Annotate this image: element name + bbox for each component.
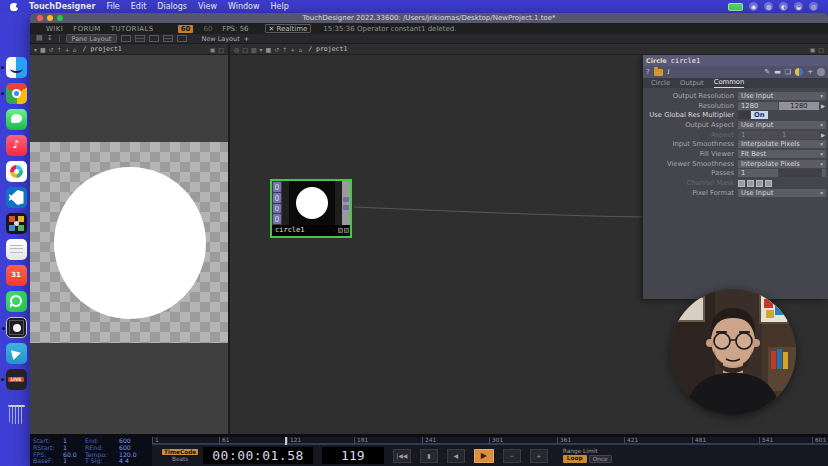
input-smoothness-dropdown[interactable]: Interpolate Pixels▾ <box>738 140 826 148</box>
timecode-toggle[interactable]: TimeCode <box>162 449 198 455</box>
pane-box-icon[interactable]: □ <box>242 46 248 53</box>
operator-folder-icon[interactable] <box>654 69 663 76</box>
window-titlebar[interactable]: TouchDesigner 2022.33600: /Users/jrikiom… <box>30 13 828 23</box>
grid-layout-icon[interactable]: ▤ <box>36 34 43 43</box>
resolution-h-field[interactable]: 1280 <box>779 102 819 110</box>
slack-dock-icon[interactable] <box>6 161 27 182</box>
finder-dock-icon[interactable] <box>6 57 27 78</box>
pane-menu-icon[interactable]: ▾ <box>260 46 263 53</box>
calendar-dock-icon[interactable]: 31 <box>6 265 27 286</box>
live-app-dock-icon[interactable]: LIVE <box>6 369 27 390</box>
beats-toggle[interactable]: Beats <box>172 456 188 462</box>
add-parameter-icon[interactable]: + <box>807 68 813 76</box>
music-dock-icon[interactable]: ♪ <box>6 135 27 156</box>
parameter-panel-header[interactable]: Circle circle1 <box>643 55 828 66</box>
node-display-flag-icon[interactable] <box>338 228 343 233</box>
output-aspect-dropdown[interactable]: Use Input▾ <box>738 121 826 129</box>
tab-circle[interactable]: Circle <box>651 79 670 88</box>
user-icon[interactable]: ◒ <box>794 2 803 11</box>
frame-display[interactable]: 119 <box>322 447 384 464</box>
telegram-dock-icon[interactable] <box>6 343 27 364</box>
camera-icon[interactable]: ◐ <box>779 2 788 11</box>
tab-output[interactable]: Output <box>680 79 704 88</box>
pane-rows-icon[interactable]: ▥ <box>251 46 257 53</box>
up-icon[interactable]: ↑ <box>57 46 62 53</box>
toggle-track[interactable] <box>738 111 750 119</box>
up-icon[interactable]: ↑ <box>282 46 287 53</box>
add-op-icon[interactable]: + <box>290 46 295 53</box>
add-layout-icon[interactable]: + <box>244 35 249 43</box>
viewer-mode-icon[interactable]: ◎ <box>234 46 239 53</box>
help-icon[interactable]: ? <box>646 68 650 76</box>
menu-window[interactable]: Window <box>228 2 260 11</box>
toggle-on-button[interactable]: On <box>751 111 768 119</box>
info-icon[interactable]: i <box>667 68 669 76</box>
menu-help[interactable]: Help <box>270 2 288 11</box>
apple-menu-icon[interactable] <box>10 2 18 11</box>
maximize-pane-icon[interactable]: □ <box>218 46 224 53</box>
pane-menu-icon[interactable]: ▾ <box>34 46 37 53</box>
trash-dock-icon[interactable] <box>6 403 27 424</box>
step-back-button[interactable]: − <box>503 449 521 463</box>
node-lock-flag-icon[interactable] <box>273 214 281 224</box>
left-breadcrumb[interactable]: / project1 <box>83 45 122 53</box>
back-icon[interactable]: ↺ <box>274 46 279 53</box>
parameter-mode-icon[interactable] <box>817 68 825 76</box>
aspect-x-field[interactable]: 1 <box>738 131 778 139</box>
edit-expression-icon[interactable]: ✎ <box>764 68 770 76</box>
layout-preset-icon[interactable] <box>121 35 131 42</box>
wiki-link[interactable]: WIKI <box>46 25 63 33</box>
frame-ruler[interactable]: 1 61 121 181 241 301 361 421 481 541 601 <box>152 437 828 445</box>
node-bypass-flag-icon[interactable] <box>273 204 281 214</box>
mask-r-checkbox[interactable] <box>738 180 745 187</box>
passes-slider[interactable] <box>779 169 821 177</box>
add-op-icon[interactable]: + <box>65 46 70 53</box>
top-viewer-pane[interactable] <box>30 55 228 434</box>
menu-view[interactable]: View <box>198 2 217 11</box>
python-mode-icon[interactable] <box>795 68 803 76</box>
pane-layout-button[interactable]: Pane Layout <box>66 34 118 43</box>
webcam-overlay[interactable] <box>670 289 796 415</box>
network-breadcrumb[interactable]: / project1 <box>308 45 347 53</box>
home-icon[interactable]: ⌂ <box>73 46 77 53</box>
menu-dialogs[interactable]: Dialogs <box>157 2 187 11</box>
node-clone-flag-icon[interactable] <box>273 193 281 203</box>
tab-common[interactable]: Common <box>714 78 745 88</box>
screen-record-icon[interactable]: ◉ <box>749 2 758 11</box>
stop-button[interactable]: ▮ <box>420 449 438 463</box>
node-output-connector[interactable] <box>343 205 349 210</box>
layout-preset-icon[interactable] <box>149 35 159 42</box>
comment-icon[interactable]: ▬ <box>774 68 781 76</box>
forum-link[interactable]: FORUM <box>73 25 101 33</box>
mask-b-checkbox[interactable] <box>756 180 763 187</box>
home-icon[interactable]: ⌂ <box>298 46 302 53</box>
chrome-dock-icon[interactable] <box>6 83 27 104</box>
mask-g-checkbox[interactable] <box>747 180 754 187</box>
play-button[interactable]: ▶ <box>474 449 494 463</box>
pane-stop-icon[interactable]: ■ <box>40 46 46 53</box>
viewer-smoothness-dropdown[interactable]: Interpolate Pixels▾ <box>738 160 826 168</box>
fill-viewer-dropdown[interactable]: Fit Best▾ <box>738 150 826 158</box>
vscode-dock-icon[interactable] <box>6 187 27 208</box>
copy-parameters-icon[interactable]: ❏ <box>785 68 791 76</box>
pane-stop-icon[interactable]: ■ <box>266 46 272 53</box>
layout-preset-icon[interactable] <box>163 35 173 42</box>
timeline-settings[interactable]: Start:1 End:600 RStart:1 REnd:600 FPS:60… <box>30 437 152 466</box>
node-viewer-flag-icon[interactable] <box>273 182 281 192</box>
color-grid-app-dock-icon[interactable] <box>6 213 27 234</box>
battery-icon[interactable] <box>728 3 743 11</box>
layout-preset-icon[interactable] <box>177 35 187 42</box>
split-pane-icon[interactable]: ▣ <box>210 46 216 53</box>
node-render-flag-icon[interactable] <box>344 228 349 233</box>
mask-a-checkbox[interactable] <box>765 180 772 187</box>
tutorials-link[interactable]: TUTORIALS <box>111 25 154 33</box>
realtime-toggle[interactable]: ✕ Realtime <box>265 24 312 33</box>
aspect-y-field[interactable]: 1 <box>779 131 819 139</box>
pixel-format-dropdown[interactable]: Use Input▾ <box>738 189 826 197</box>
expand-arrow-icon[interactable]: ▶ <box>820 132 826 138</box>
fps-badge[interactable]: 60 <box>178 25 194 33</box>
display-icon[interactable]: ◍ <box>764 2 773 11</box>
control-center-icon[interactable]: ◎ <box>809 2 818 11</box>
menu-edit[interactable]: Edit <box>131 2 147 11</box>
loop-button[interactable]: Loop <box>563 455 587 463</box>
